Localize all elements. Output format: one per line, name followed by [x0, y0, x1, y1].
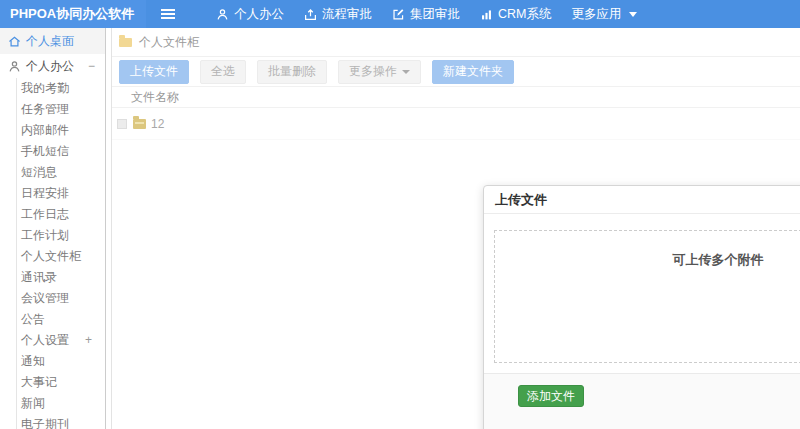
top-navbar: PHPOA协同办公软件 个人办公 流程审批 集团审批 — [0, 0, 800, 28]
new-folder-button[interactable]: 新建文件夹 — [432, 60, 514, 84]
sidebar-toggle-button[interactable] — [146, 0, 190, 28]
sidebar-item-schedule[interactable]: 日程安排 — [17, 183, 105, 204]
bar-chart-icon — [480, 8, 493, 21]
app-brand[interactable]: PHPOA协同办公软件 — [0, 0, 146, 28]
sidebar-item-label: 手机短信 — [21, 141, 69, 162]
nav-item-label: 集团审批 — [410, 6, 460, 23]
sidebar-item-internal-mail[interactable]: 内部邮件 — [17, 120, 105, 141]
more-actions-label: 更多操作 — [349, 63, 397, 80]
caret-down-icon — [629, 12, 637, 17]
file-table: 文件名称 12 — [112, 86, 800, 140]
sidebar-item-label: 内部邮件 — [21, 120, 69, 141]
nav-item-more-apps[interactable]: 更多应用 — [561, 0, 647, 28]
sidebar-item-work-log[interactable]: 工作日志 — [17, 204, 105, 225]
upload-file-modal: 上传文件 可上传多个附件 添加文件 — [483, 185, 800, 429]
user-icon — [8, 60, 21, 73]
sidebar-item-desktop[interactable]: 个人桌面 — [0, 28, 105, 54]
sidebar-item-short-message[interactable]: 短消息 — [17, 162, 105, 183]
sidebar-item-label: 我的考勤 — [21, 78, 69, 99]
edit-icon — [392, 8, 405, 21]
sidebar-submenu: 我的考勤 任务管理 内部邮件 手机短信 短消息 日程安排 工作日志 工作计划 个… — [16, 78, 105, 429]
batch-delete-button[interactable]: 批量删除 — [257, 60, 327, 84]
hamburger-icon — [161, 13, 175, 15]
nav-item-crm[interactable]: CRM系统 — [470, 0, 561, 28]
expand-icon[interactable]: + — [85, 330, 92, 351]
breadcrumb: 个人文件柜 — [112, 28, 800, 57]
file-name[interactable]: 12 — [151, 117, 164, 131]
sidebar-item-label: 个人设置 — [21, 330, 69, 351]
modal-body: 可上传多个附件 — [484, 214, 800, 373]
table-row[interactable]: 12 — [112, 108, 800, 140]
nav-item-personal-office[interactable]: 个人办公 — [206, 0, 294, 28]
sidebar-item-label: 通知 — [21, 351, 45, 372]
collapse-icon[interactable]: − — [88, 59, 95, 73]
folder-icon — [119, 38, 132, 47]
sidebar-item-work-plan[interactable]: 工作计划 — [17, 225, 105, 246]
upload-dropzone[interactable]: 可上传多个附件 — [494, 230, 800, 363]
sidebar-item-sms[interactable]: 手机短信 — [17, 141, 105, 162]
table-header-filename: 文件名称 — [112, 87, 800, 108]
modal-footer: 添加文件 — [484, 373, 800, 429]
navbar-menu: 个人办公 流程审批 集团审批 CRM系统 更多应用 — [206, 0, 647, 28]
sidebar: 个人桌面 个人办公 − 我的考勤 任务管理 内部邮件 手机短信 短消息 日程安排… — [0, 28, 106, 429]
modal-title: 上传文件 — [484, 186, 800, 214]
sidebar-item-news[interactable]: 新闻 — [17, 393, 105, 414]
approval-icon — [304, 8, 317, 21]
select-all-button[interactable]: 全选 — [200, 60, 246, 84]
sidebar-item-personal-settings[interactable]: 个人设置 + — [17, 330, 105, 351]
sidebar-item-label: 通讯录 — [21, 267, 57, 288]
add-file-button[interactable]: 添加文件 — [518, 385, 584, 407]
home-icon — [8, 35, 21, 48]
sidebar-item-meetings[interactable]: 会议管理 — [17, 288, 105, 309]
user-icon — [216, 8, 229, 21]
nav-item-group-approval[interactable]: 集团审批 — [382, 0, 470, 28]
nav-item-label: 个人办公 — [234, 6, 284, 23]
nav-item-label: 流程审批 — [322, 6, 372, 23]
nav-item-label: CRM系统 — [498, 6, 551, 23]
sidebar-group-label: 个人办公 — [26, 58, 74, 75]
upload-file-button[interactable]: 上传文件 — [119, 60, 189, 84]
sidebar-item-tasks[interactable]: 任务管理 — [17, 99, 105, 120]
sidebar-item-contacts[interactable]: 通讯录 — [17, 267, 105, 288]
sidebar-item-announcements[interactable]: 公告 — [17, 309, 105, 330]
toolbar: 上传文件 全选 批量删除 更多操作 新建文件夹 — [112, 57, 800, 86]
sidebar-item-attendance[interactable]: 我的考勤 — [17, 78, 105, 99]
sidebar-item-label: 公告 — [21, 309, 45, 330]
sidebar-item-label: 大事记 — [21, 372, 57, 393]
sidebar-group-personal-office[interactable]: 个人办公 − — [0, 54, 105, 78]
row-checkbox[interactable] — [117, 119, 127, 129]
sidebar-item-milestones[interactable]: 大事记 — [17, 372, 105, 393]
folder-icon — [133, 119, 146, 129]
sidebar-item-label: 日程安排 — [21, 183, 69, 204]
sidebar-item-notifications[interactable]: 通知 — [17, 351, 105, 372]
sidebar-item-label: 工作日志 — [21, 204, 69, 225]
more-actions-dropdown[interactable]: 更多操作 — [338, 60, 421, 84]
sidebar-item-label: 会议管理 — [21, 288, 69, 309]
sidebar-item-label: 新闻 — [21, 393, 45, 414]
sidebar-item-label: 工作计划 — [21, 225, 69, 246]
nav-item-process-approval[interactable]: 流程审批 — [294, 0, 382, 28]
breadcrumb-label: 个人文件柜 — [139, 34, 199, 51]
caret-down-icon — [402, 70, 410, 74]
sidebar-item-label: 个人桌面 — [26, 33, 74, 50]
nav-item-label: 更多应用 — [571, 6, 621, 23]
sidebar-item-label: 电子期刊 — [21, 414, 69, 429]
sidebar-item-e-journal[interactable]: 电子期刊 — [17, 414, 105, 429]
sidebar-item-label: 个人文件柜 — [21, 246, 81, 267]
sidebar-item-label: 任务管理 — [21, 99, 69, 120]
sidebar-item-file-cabinet[interactable]: 个人文件柜 — [17, 246, 105, 267]
sidebar-item-label: 短消息 — [21, 162, 57, 183]
